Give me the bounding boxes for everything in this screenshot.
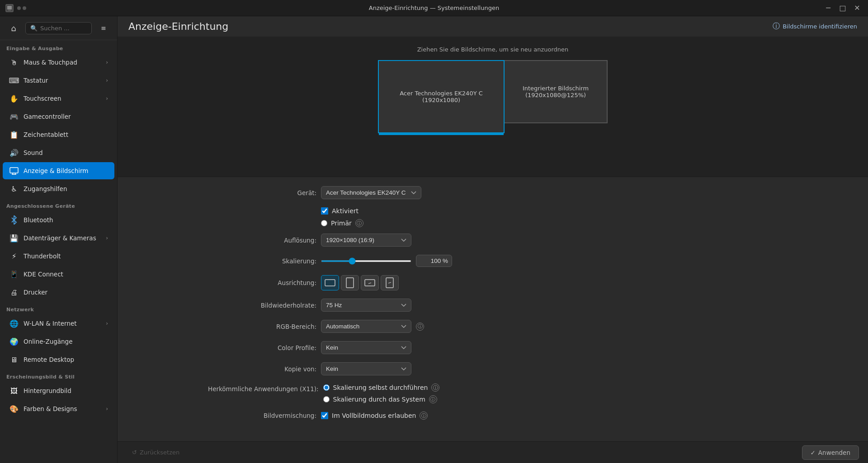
- x11-option1-label: Skalierung selbst durchführen: [333, 384, 428, 391]
- page-title: Anzeige-Einrichtung: [128, 21, 228, 32]
- x11-option1-radio[interactable]: [323, 384, 330, 391]
- x11-option1-info-icon[interactable]: ⓘ: [431, 383, 439, 392]
- geraet-select[interactable]: Acer Technologies EK240Y C Integrierter …: [321, 186, 421, 199]
- reset-button[interactable]: ↺ Zurücksetzen: [127, 446, 185, 458]
- primaer-info-icon[interactable]: ⓘ: [355, 219, 363, 227]
- sidebar-item-remote-desktop[interactable]: 🖥 Remote Desktop: [3, 351, 114, 368]
- monitor-2[interactable]: Integrierter Bildschirm(1920x1080@125%): [504, 60, 608, 123]
- sidebar-item-gamecontroller[interactable]: 🎮 Gamecontroller: [3, 108, 114, 125]
- titlebar-left: [5, 4, 26, 12]
- sidebar-item-online-zugaenge[interactable]: 🌍 Online-Zugänge: [3, 333, 114, 350]
- sidebar-item-wlan[interactable]: 🌐 W-LAN & Internet ›: [3, 315, 114, 332]
- primaer-row: Primär ⓘ: [321, 219, 841, 227]
- aufloesung-control: 1920×1080 (16:9) 1280×720 (16:9): [321, 234, 841, 247]
- monitor-1[interactable]: Acer Technologies EK240Y C(1920x1080): [378, 60, 505, 133]
- minimize-button[interactable]: ─: [823, 3, 834, 14]
- sidebar-item-zugangshilfen[interactable]: ♿ Zugangshilfen: [3, 180, 114, 197]
- sidebar-item-touchscreen[interactable]: ✋ Touchscreen ›: [3, 90, 114, 107]
- sound-icon: 🔊: [9, 148, 19, 158]
- orient-portrait-button[interactable]: [341, 275, 359, 290]
- x11-option2-info-icon[interactable]: ⓘ: [429, 395, 437, 403]
- dot1: [17, 6, 21, 10]
- orient-portrait-flip-button[interactable]: [381, 275, 399, 290]
- aktiviert-checkbox[interactable]: [321, 207, 328, 215]
- kopie-von-label: Kopie von:: [208, 365, 316, 373]
- hamburger-button[interactable]: ≡: [96, 21, 111, 35]
- rgb-control: Automatisch Vollständig Begrenzt ⓘ: [321, 320, 841, 333]
- sidebar-item-wlan-label: W-LAN & Internet: [24, 320, 101, 327]
- settings-area: Gerät: Acer Technologies EK240Y C Integr…: [118, 177, 868, 441]
- orientation-buttons: [321, 275, 399, 290]
- sidebar: ⌂ 🔍 Suchen ... ≡ Eingabe & Ausgabe 🖱 Mau…: [0, 16, 118, 463]
- skalierung-spinbox[interactable]: [416, 255, 452, 267]
- section-label-netzwerk: Netzwerk: [0, 301, 117, 314]
- search-placeholder: Suchen ...: [40, 25, 70, 32]
- sidebar-item-drucker-label: Drucker: [24, 289, 108, 296]
- rgb-select[interactable]: Automatisch Vollständig Begrenzt: [321, 320, 411, 333]
- orient-landscape-button[interactable]: [321, 275, 339, 290]
- x11-option2-radio[interactable]: [323, 396, 330, 402]
- sidebar-item-anzeige[interactable]: Anzeige & Bildschirm: [3, 162, 114, 179]
- sidebar-item-datentraeger[interactable]: 💾 Datenträger & Kameras ›: [3, 229, 114, 247]
- display-preview-area: Ziehen Sie die Bildschirme, um sie neu a…: [118, 37, 868, 177]
- skalierung-slider[interactable]: [321, 260, 411, 262]
- aktiviert-label: Aktiviert: [332, 207, 359, 215]
- preview-hint: Ziehen Sie die Bildschirme, um sie neu a…: [417, 46, 569, 53]
- kopie-von-select[interactable]: Kein: [321, 362, 411, 375]
- monitors-container: Acer Technologies EK240Y C(1920x1080) In…: [378, 60, 608, 133]
- skalierung-label: Skalierung:: [208, 257, 316, 265]
- sidebar-item-sound[interactable]: 🔊 Sound: [3, 144, 114, 161]
- arrow-icon: ›: [106, 235, 108, 241]
- apply-button[interactable]: ✓ Anwenden: [802, 445, 859, 460]
- geraet-control: Acer Technologies EK240Y C Integrierter …: [321, 186, 841, 199]
- sidebar-item-hintergrundbild[interactable]: 🖼 Hintergrundbild: [3, 382, 114, 399]
- orient-landscape-flip-button[interactable]: [361, 275, 379, 290]
- color-profile-row: Color Profile: Kein: [208, 341, 841, 354]
- bildvermischung-checkbox[interactable]: [321, 412, 328, 419]
- sidebar-item-farben[interactable]: 🎨 Farben & Designs ›: [3, 400, 114, 417]
- ausrichtung-control: [321, 275, 841, 290]
- sidebar-item-drucker[interactable]: 🖨 Drucker: [3, 284, 114, 301]
- home-button[interactable]: ⌂: [6, 21, 21, 35]
- sidebar-item-zeichentablett[interactable]: 📋 Zeichentablett: [3, 126, 114, 143]
- maximize-button[interactable]: □: [837, 3, 848, 14]
- identify-screens-button[interactable]: ⓘ Bildschirme identifizieren: [773, 22, 857, 31]
- titlebar: Anzeige-Einrichtung — Systemeinstellunge…: [0, 0, 868, 16]
- svg-rect-8: [346, 278, 354, 288]
- sidebar-item-thunderbolt-label: Thunderbolt: [24, 253, 108, 260]
- x11-row: Herkömmliche Anwendungen (X11): Skalieru…: [208, 383, 841, 403]
- arrow-icon: ›: [106, 59, 108, 65]
- sidebar-item-maus[interactable]: 🖱 Maus & Touchpad ›: [3, 54, 114, 71]
- bildvermischung-row: Bildvermischung: Im Vollbildmodus erlaub…: [208, 412, 841, 420]
- sidebar-item-tastatur-label: Tastatur: [24, 77, 101, 84]
- sidebar-item-datentraeger-label: Datenträger & Kameras: [24, 234, 101, 242]
- touchscreen-icon: ✋: [9, 94, 19, 103]
- aufloesung-select[interactable]: 1920×1080 (16:9) 1280×720 (16:9): [321, 234, 411, 247]
- sidebar-item-maus-label: Maus & Touchpad: [24, 59, 101, 66]
- bildvermischung-control: Im Vollbildmodus erlauben ⓘ: [321, 412, 841, 420]
- bildvermischung-info-icon[interactable]: ⓘ: [420, 412, 428, 420]
- sidebar-item-thunderbolt[interactable]: ⚡ Thunderbolt: [3, 248, 114, 265]
- sidebar-item-kde-connect[interactable]: 📱 KDE Connect: [3, 266, 114, 283]
- close-button[interactable]: ✕: [852, 3, 863, 14]
- kopie-von-row: Kopie von: Kein: [208, 362, 841, 375]
- sidebar-item-tastatur[interactable]: ⌨ Tastatur ›: [3, 72, 114, 89]
- checkmark-icon: ✓: [811, 449, 816, 456]
- sidebar-item-sound-label: Sound: [24, 149, 108, 156]
- rgb-label: RGB-Bereich:: [208, 323, 316, 330]
- color-profile-select[interactable]: Kein: [321, 341, 411, 354]
- sidebar-item-touchscreen-label: Touchscreen: [24, 95, 101, 102]
- zeichentablett-icon: 📋: [9, 130, 19, 140]
- primaer-radio[interactable]: [321, 220, 327, 226]
- sidebar-item-zugangshilfen-label: Zugangshilfen: [24, 185, 108, 192]
- section-label-eingabe: Eingabe & Ausgabe: [0, 40, 117, 53]
- rgb-info-icon[interactable]: ⓘ: [416, 323, 424, 331]
- x11-option2-row: Skalierung durch das System ⓘ: [323, 395, 437, 403]
- bildwiederholrate-select[interactable]: 75 Hz 60 Hz: [321, 299, 411, 312]
- maus-icon: 🖱: [9, 57, 19, 67]
- reset-icon: ↺: [132, 449, 137, 456]
- bottom-bar: ↺ Zurücksetzen ✓ Anwenden: [118, 441, 868, 463]
- search-box[interactable]: 🔍 Suchen ...: [25, 22, 92, 34]
- svg-rect-9: [365, 280, 375, 286]
- sidebar-item-bluetooth[interactable]: Bluetooth: [3, 211, 114, 229]
